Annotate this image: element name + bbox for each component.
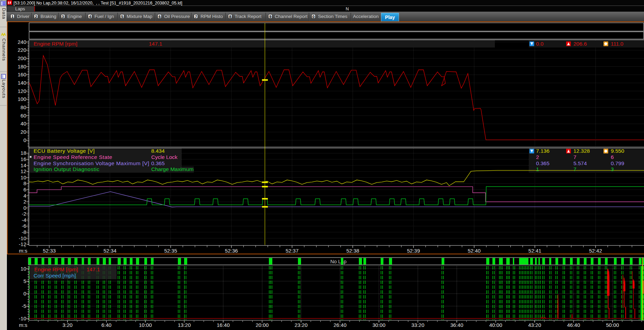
svg-text:52:41: 52:41 [528, 248, 542, 254]
svg-text:13:20: 13:20 [178, 322, 191, 328]
svg-text:0.0: 0.0 [536, 41, 544, 47]
svg-text:220: 220 [18, 47, 26, 53]
svg-text:-10: -10 [19, 315, 26, 321]
svg-text:Corr Speed [mph]: Corr Speed [mph] [34, 273, 76, 279]
svg-text:12.328: 12.328 [573, 148, 590, 154]
svg-text:10: 10 [20, 175, 26, 180]
svg-text:111.0: 111.0 [611, 41, 624, 47]
svg-text:52:34: 52:34 [103, 248, 117, 254]
svg-text:5: 5 [24, 278, 26, 284]
svg-text:6: 6 [611, 154, 614, 160]
svg-text:120: 120 [18, 88, 26, 94]
svg-text:52:39: 52:39 [407, 248, 420, 254]
svg-text:8.434: 8.434 [151, 148, 165, 154]
svg-text:Charge Maximum: Charge Maximum [151, 166, 193, 172]
svg-text:46:40: 46:40 [567, 322, 580, 328]
svg-text:Engine RPM [rpm]: Engine RPM [rpm] [34, 266, 78, 272]
svg-text:-10: -10 [19, 235, 26, 241]
svg-text:0: 0 [24, 205, 26, 211]
svg-text:2: 2 [536, 154, 539, 160]
svg-text:-12: -12 [19, 241, 26, 247]
svg-text:ECU Battery Voltage [V]: ECU Battery Voltage [V] [34, 148, 95, 154]
svg-text:7: 7 [573, 154, 577, 160]
svg-text:Ignition Output Diagnostic: Ignition Output Diagnostic [34, 166, 100, 172]
svg-text:-6: -6 [22, 223, 26, 229]
svg-text:0.799: 0.799 [611, 160, 624, 166]
svg-text:52:42: 52:42 [589, 248, 602, 254]
svg-text:160: 160 [18, 72, 26, 77]
svg-text:52:33: 52:33 [43, 248, 56, 254]
svg-text:147.1: 147.1 [87, 266, 100, 272]
svg-text:140: 140 [18, 80, 26, 86]
svg-text:0: 0 [24, 137, 26, 143]
svg-text:9.550: 9.550 [611, 148, 624, 154]
svg-text:3:20: 3:20 [62, 322, 72, 328]
svg-text:52:38: 52:38 [346, 248, 360, 254]
svg-text:4: 4 [24, 193, 26, 199]
svg-text:100: 100 [18, 96, 26, 102]
svg-text:80: 80 [20, 104, 26, 110]
svg-text:Cycle Lock: Cycle Lock [151, 154, 178, 160]
svg-text:43:20: 43:20 [528, 322, 541, 328]
svg-text:23:20: 23:20 [294, 322, 308, 328]
svg-text:30:00: 30:00 [372, 322, 386, 328]
svg-text:-8: -8 [22, 229, 26, 235]
svg-text:12: 12 [20, 168, 26, 174]
svg-text:16:40: 16:40 [217, 322, 230, 328]
svg-text:No Lap: No Lap [330, 259, 347, 264]
svg-text:40:00: 40:00 [489, 322, 502, 328]
svg-text:26:40: 26:40 [334, 322, 347, 328]
svg-text:14: 14 [20, 162, 26, 168]
svg-text:-2: -2 [22, 211, 26, 217]
svg-text:206.6: 206.6 [573, 41, 587, 47]
svg-text:52:36: 52:36 [225, 248, 238, 254]
svg-text:-4: -4 [22, 217, 26, 223]
svg-text:240: 240 [18, 39, 26, 45]
svg-text:50:00: 50:00 [606, 322, 619, 328]
svg-text:2: 2 [24, 199, 26, 205]
svg-text:10:00: 10:00 [139, 322, 152, 328]
svg-text:m:s: m:s [19, 248, 27, 254]
svg-text:-5: -5 [22, 303, 26, 309]
svg-text:52:37: 52:37 [285, 248, 299, 254]
svg-text:147.1: 147.1 [149, 41, 162, 47]
svg-text:0: 0 [24, 291, 26, 296]
svg-text:16: 16 [20, 156, 26, 162]
svg-text:1: 1 [536, 166, 539, 172]
svg-text:Engine RPM [rpm]: Engine RPM [rpm] [34, 41, 78, 47]
svg-text:36:40: 36:40 [450, 322, 463, 328]
svg-text:33:20: 33:20 [411, 322, 425, 328]
svg-text:0.365: 0.365 [536, 160, 550, 166]
svg-text:52:35: 52:35 [164, 248, 177, 254]
svg-text:m:s: m:s [19, 322, 27, 328]
svg-text:40: 40 [20, 121, 26, 126]
svg-text:20:00: 20:00 [256, 322, 269, 328]
svg-text:20: 20 [20, 129, 26, 135]
svg-text:6: 6 [24, 187, 26, 192]
svg-text:10: 10 [20, 266, 26, 272]
svg-text:60: 60 [20, 113, 26, 119]
svg-text:Engine Synchronisation Voltage: Engine Synchronisation Voltage Maximum [… [34, 160, 149, 166]
svg-text:7.136: 7.136 [536, 148, 550, 154]
svg-text:0.365: 0.365 [151, 160, 165, 166]
svg-text:5.574: 5.574 [573, 160, 587, 166]
svg-text:6:40: 6:40 [101, 322, 111, 328]
svg-text:8: 8 [24, 180, 26, 186]
svg-text:52:40: 52:40 [468, 248, 481, 254]
svg-text:200: 200 [18, 55, 26, 61]
svg-text:180: 180 [18, 64, 26, 69]
svg-text:18: 18 [20, 150, 26, 156]
svg-text:3: 3 [611, 166, 614, 172]
svg-text:7: 7 [573, 166, 577, 172]
svg-text:Engine Speed Reference State: Engine Speed Reference State [34, 154, 112, 160]
